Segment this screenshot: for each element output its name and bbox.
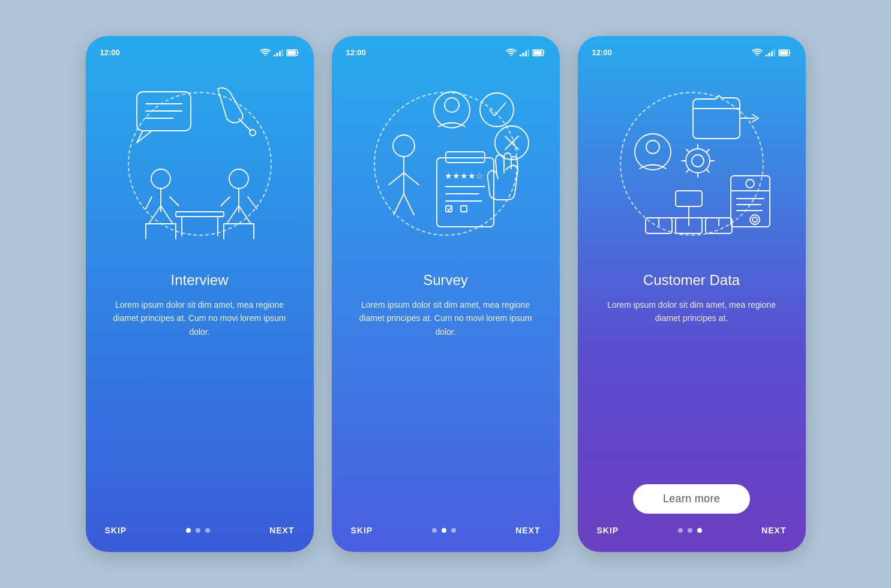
svg-rect-21 bbox=[520, 55, 521, 56]
svg-rect-24 bbox=[527, 49, 529, 56]
nav-dots-3 bbox=[678, 528, 702, 533]
next-button-3[interactable]: NEXT bbox=[761, 526, 786, 535]
dashed-circle-2 bbox=[374, 92, 518, 236]
signal-icon-2 bbox=[520, 49, 529, 57]
learn-more-button[interactable]: Learn more bbox=[633, 484, 750, 514]
card-desc-1: Lorem ipsum dolor sit dim amet, mea regi… bbox=[100, 298, 299, 514]
svg-rect-5 bbox=[287, 50, 296, 55]
next-button-2[interactable]: NEXT bbox=[515, 526, 540, 535]
dashed-circle-1 bbox=[128, 92, 272, 236]
status-icons-2 bbox=[506, 49, 545, 57]
dot-3-2 bbox=[688, 528, 692, 533]
status-bar-1: 12:00 bbox=[100, 48, 299, 57]
wifi-icon-3 bbox=[752, 49, 763, 57]
battery-icon-1 bbox=[286, 49, 299, 56]
card-title-1: Interview bbox=[170, 272, 228, 289]
nav-bottom-3: SKIP NEXT bbox=[592, 526, 791, 535]
svg-rect-0 bbox=[274, 55, 275, 56]
dot-2-2 bbox=[442, 528, 446, 533]
dot-3-3 bbox=[697, 528, 702, 533]
dot-3-1 bbox=[678, 528, 683, 533]
status-time-3: 12:00 bbox=[592, 48, 612, 57]
wifi-icon-1 bbox=[260, 49, 271, 57]
nav-dots-2 bbox=[432, 528, 456, 533]
nav-bottom-1: SKIP NEXT bbox=[100, 526, 299, 535]
svg-rect-23 bbox=[525, 51, 527, 56]
next-button-1[interactable]: NEXT bbox=[269, 526, 294, 535]
skip-button-2[interactable]: SKIP bbox=[351, 526, 373, 535]
svg-rect-44 bbox=[771, 51, 773, 56]
svg-rect-26 bbox=[533, 50, 542, 55]
svg-point-69 bbox=[752, 217, 757, 222]
status-bar-3: 12:00 bbox=[592, 48, 791, 57]
dot-2-1 bbox=[432, 528, 437, 533]
skip-button-1[interactable]: SKIP bbox=[105, 526, 127, 535]
status-time-2: 12:00 bbox=[346, 48, 366, 57]
phone-card-customer-data: 12:00 bbox=[578, 36, 806, 552]
illustration-interview bbox=[110, 68, 290, 260]
illustration-customer-data bbox=[602, 68, 782, 260]
wifi-icon-2 bbox=[506, 49, 517, 57]
dot-1-1 bbox=[186, 528, 191, 533]
signal-icon-3 bbox=[766, 49, 775, 57]
card-title-2: Survey bbox=[423, 272, 468, 289]
svg-rect-3 bbox=[281, 49, 283, 56]
svg-rect-43 bbox=[768, 53, 770, 56]
svg-rect-2 bbox=[279, 51, 281, 56]
card-title-3: Customer Data bbox=[643, 272, 740, 289]
status-time-1: 12:00 bbox=[100, 48, 120, 57]
svg-rect-42 bbox=[766, 55, 767, 56]
dot-1-2 bbox=[196, 528, 200, 533]
svg-rect-45 bbox=[773, 49, 775, 56]
svg-point-68 bbox=[750, 215, 760, 224]
svg-rect-22 bbox=[522, 53, 524, 56]
dot-1-3 bbox=[205, 528, 210, 533]
card-desc-2: Lorem ipsum dolor sit dim amet, mea regi… bbox=[346, 298, 545, 514]
dashed-circle-3 bbox=[620, 92, 764, 236]
nav-dots-1 bbox=[186, 528, 210, 533]
nav-bottom-2: SKIP NEXT bbox=[346, 526, 545, 535]
card-desc-3: Lorem ipsum dolor sit dim amet, mea regi… bbox=[592, 298, 791, 472]
status-icons-1 bbox=[260, 49, 299, 57]
phone-card-interview: 12:00 bbox=[86, 36, 314, 552]
battery-icon-2 bbox=[532, 49, 545, 56]
status-bar-2: 12:00 bbox=[346, 48, 545, 57]
skip-button-3[interactable]: SKIP bbox=[597, 526, 619, 535]
battery-icon-3 bbox=[778, 49, 791, 56]
svg-rect-47 bbox=[779, 50, 788, 55]
status-icons-3 bbox=[752, 49, 791, 57]
phone-card-survey: 12:00 bbox=[332, 36, 560, 552]
signal-icon-1 bbox=[274, 49, 283, 57]
illustration-survey: ★★★★☆ bbox=[356, 68, 536, 260]
svg-rect-1 bbox=[276, 53, 278, 56]
dot-2-3 bbox=[451, 528, 456, 533]
